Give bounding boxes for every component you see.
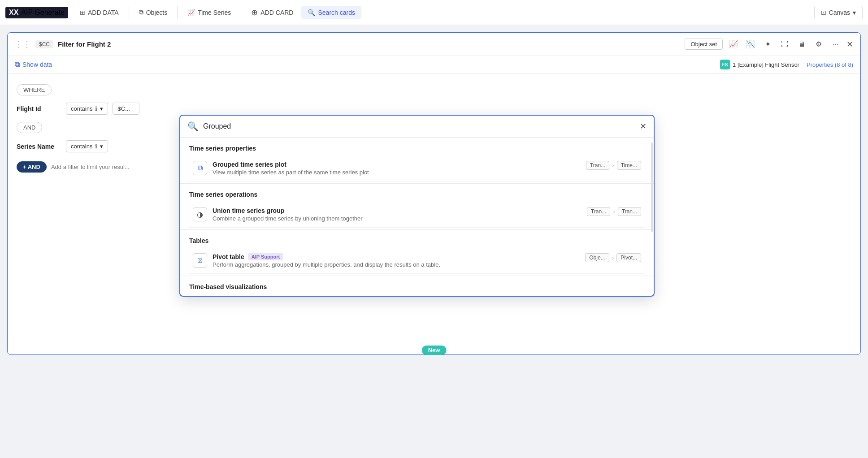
line-chart-icon[interactable]: 📈 — [727, 38, 740, 51]
section-time-based-viz: Time-based visualizations — [180, 276, 654, 296]
nav-item-add-data[interactable]: ⊞ ADD DATA — [74, 6, 125, 19]
section-title-time-series-operations: Time series operations — [189, 191, 645, 198]
result-item-pivot-table[interactable]: ⧖ Pivot table AIP Support Perform aggreg… — [189, 248, 645, 274]
nav-item-search-cards[interactable]: 🔍 Search cards — [301, 6, 361, 19]
result-item-union-group[interactable]: ◑ Union time series group Combine a grou… — [189, 202, 645, 228]
result-tag-time: Time... — [617, 161, 641, 170]
result-body-grouped-plot: Grouped time series plot View multiple t… — [213, 161, 581, 176]
filter-operator-flight-id[interactable]: contains ℹ ▾ — [66, 103, 108, 115]
main-area: ⋮⋮ $CC Filter for Flight 2 Object set 📈 … — [0, 25, 868, 362]
logo[interactable]: XX AIP Generate — [5, 7, 68, 18]
result-item-grouped-plot[interactable]: ⧉ Grouped time series plot View multiple… — [189, 156, 645, 181]
settings-icon[interactable]: ⚙ — [812, 38, 825, 51]
card-tag: $CC — [35, 40, 53, 48]
logo-label: AIP Generate — [21, 9, 65, 17]
result-arrow-2: › — [613, 208, 615, 215]
filter-value-flight-id[interactable]: $C... — [113, 103, 139, 115]
search-input[interactable] — [203, 122, 635, 130]
search-results: Time series properties ⧉ Grouped time se… — [180, 138, 654, 296]
top-nav: XX AIP Generate ⊞ ADD DATA ⧉ Objects 📈 T… — [0, 0, 868, 25]
result-desc-union-group: Combine a grouped time series by unionin… — [213, 215, 582, 222]
result-icon-union-group: ◑ — [193, 207, 207, 221]
canvas-icon: ⊡ — [821, 9, 826, 16]
result-body-union-group: Union time series group Combine a groupe… — [213, 207, 582, 222]
add-and-button[interactable]: + AND — [17, 161, 47, 173]
flight-sensor-info: FS 1 [Example] Flight Sensor — [720, 60, 799, 69]
nav-divider-1 — [129, 6, 129, 19]
section-time-series-properties: Time series properties ⧉ Grouped time se… — [180, 138, 654, 183]
filter-row-flight-id: Flight Id contains ℹ ▾ $C... — [17, 103, 851, 115]
section-title-time-based-viz: Time-based visualizations — [189, 283, 645, 290]
search-input-row: 🔍 ✕ — [180, 116, 654, 138]
properties-link[interactable]: Properties (8 of 8) — [807, 61, 853, 68]
checkmark-chart-icon[interactable]: 📉 — [744, 38, 757, 51]
card-header: ⋮⋮ $CC Filter for Flight 2 Object set 📈 … — [8, 33, 860, 56]
nav-icon-add-card: ⊕ — [251, 8, 258, 17]
result-icon-grouped-plot: ⧉ — [193, 161, 207, 175]
new-badge: New — [422, 346, 447, 355]
nav-item-time-series[interactable]: 📈 Time Series — [181, 6, 237, 19]
more-icon[interactable]: ··· — [829, 38, 842, 51]
result-title-grouped-plot: Grouped time series plot — [213, 161, 581, 168]
expand-icon[interactable]: ⛶ — [778, 38, 791, 51]
filter-label-flight-id: Flight Id — [17, 105, 61, 112]
result-desc-pivot-table: Perform aggregations, grouped by multipl… — [213, 261, 580, 268]
logo-icon: XX — [9, 9, 18, 17]
aip-badge: AIP Support — [248, 253, 283, 260]
result-tag-pivot: Pivot... — [616, 253, 641, 262]
nav-icon-search-cards: 🔍 — [308, 9, 315, 16]
result-tags-union-group: Tran... › Tran... — [587, 207, 641, 216]
result-tag-tran-2: Tran... — [587, 207, 610, 216]
result-body-pivot-table: Pivot table AIP Support Perform aggregat… — [213, 253, 580, 268]
info-icon-series-name[interactable]: ℹ — [95, 143, 97, 150]
filter-operator-series-name[interactable]: contains ℹ ▾ — [66, 140, 108, 152]
section-title-tables: Tables — [189, 237, 645, 244]
sparkle-icon[interactable]: ✦ — [761, 38, 774, 51]
result-tags-grouped-plot: Tran... › Time... — [586, 161, 641, 170]
close-button[interactable]: ✕ — [846, 39, 853, 49]
dropdown-icon-flight-id: ▾ — [100, 105, 103, 112]
search-icon: 🔍 — [187, 121, 199, 132]
result-arrow-1: › — [612, 162, 614, 169]
nav-icon-time-series: 📈 — [187, 9, 195, 16]
nav-icon-objects: ⧉ — [139, 9, 143, 16]
section-time-series-operations: Time series operations ◑ Union time seri… — [180, 184, 654, 229]
filter-label-series-name: Series Name — [17, 143, 61, 150]
monitor-icon[interactable]: 🖥 — [795, 38, 808, 51]
card-subheader: ⧉ Show data FS 1 [Example] Flight Sensor… — [8, 56, 860, 73]
show-data-button[interactable]: ⧉ Show data — [15, 60, 52, 69]
nav-divider-3 — [241, 6, 241, 19]
result-tags-pivot-table: Obje... › Pivot... — [585, 253, 641, 262]
add-filter-hint: Add a filter to limit your resul... — [51, 164, 130, 170]
nav-icon-add-data: ⊞ — [80, 9, 85, 16]
result-tag-tran-3: Tran... — [618, 207, 641, 216]
info-icon-flight-id[interactable]: ℹ — [95, 105, 97, 112]
section-tables: Tables ⧖ Pivot table AIP Support Perform… — [180, 230, 654, 276]
result-tag-obje: Obje... — [585, 253, 609, 262]
result-title-union-group: Union time series group — [213, 207, 582, 214]
nav-divider-2 — [177, 6, 178, 19]
search-overlay: 🔍 ✕ Time series properties ⧉ Grouped tim… — [179, 115, 655, 297]
dropdown-icon-series-name: ▾ — [100, 143, 103, 150]
drag-handle[interactable]: ⋮⋮ — [15, 39, 31, 49]
nav-item-objects[interactable]: ⧉ Objects — [133, 6, 174, 19]
nav-canvas-btn[interactable]: ⊡ Canvas ▾ — [814, 6, 863, 19]
result-desc-grouped-plot: View multiple time series as part of the… — [213, 169, 581, 176]
section-title-time-series-properties: Time series properties — [189, 145, 645, 152]
show-data-icon: ⧉ — [15, 60, 20, 69]
nav-item-add-card[interactable]: ⊕ ADD CARD — [245, 5, 299, 20]
result-arrow-3: › — [612, 254, 614, 261]
sensor-icon: FS — [720, 60, 730, 69]
canvas-dropdown-icon: ▾ — [853, 9, 856, 16]
scrollbar[interactable] — [651, 143, 653, 232]
object-set-button[interactable]: Object set — [685, 39, 723, 50]
and-badge: AND — [17, 122, 42, 133]
result-title-pivot-table: Pivot table AIP Support — [213, 253, 580, 260]
result-icon-pivot-table: ⧖ — [193, 253, 207, 268]
result-tag-tran: Tran... — [586, 161, 609, 170]
card-title: Filter for Flight 2 — [58, 40, 111, 48]
clear-search-button[interactable]: ✕ — [640, 121, 647, 131]
where-badge: WHERE — [17, 84, 52, 95]
